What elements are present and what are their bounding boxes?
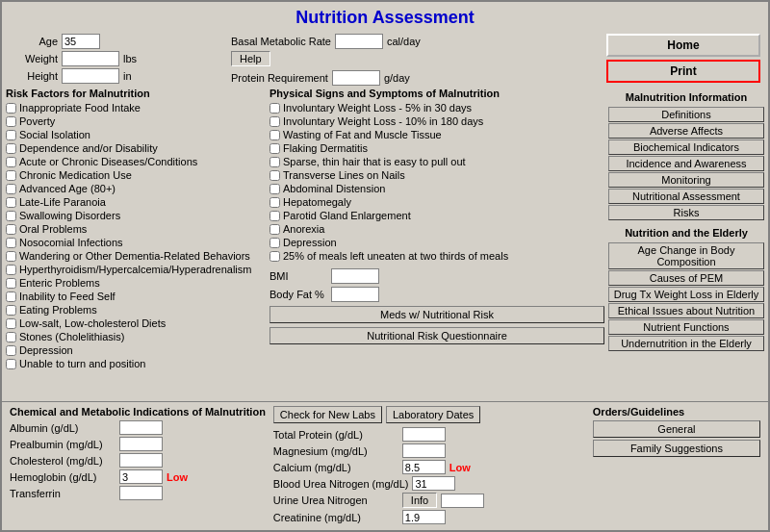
bmi-section: BMI Body Fat %: [270, 268, 604, 302]
risk-factors-title: Risk Factors for Malnutrition: [6, 88, 266, 99]
physical-sign-checkbox[interactable]: [270, 116, 280, 127]
lab-dates-button[interactable]: Laboratory Dates: [386, 406, 480, 423]
lab-input[interactable]: [402, 460, 446, 474]
nutrition-elderly-button[interactable]: Undernutrition in the Elderly: [608, 336, 764, 351]
lab-list: Total Protein (g/dL)Magnesium (mg/dL)Cal…: [273, 427, 585, 524]
height-input[interactable]: [62, 68, 119, 84]
chem-label: Transferrin: [10, 488, 116, 499]
bmr-input[interactable]: [335, 34, 383, 49]
risk-factor-checkbox[interactable]: [6, 332, 16, 342]
body-fat-input[interactable]: [331, 287, 379, 302]
physical-sign-checkbox[interactable]: [270, 224, 280, 235]
weight-input[interactable]: [62, 51, 119, 66]
risk-factor-checkbox[interactable]: [6, 130, 16, 140]
malnutrition-info-button[interactable]: Risks: [608, 205, 764, 220]
lab-row: Creatinine (mg/dL): [273, 510, 585, 524]
risk-factor-checkbox[interactable]: [6, 157, 16, 167]
nutrition-elderly-button[interactable]: Ethical Issues about Nutrition: [608, 303, 764, 318]
malnutrition-info-button[interactable]: Biochemical Indicators: [608, 139, 764, 155]
risk-factor-label: Stones (Cholelithiasis): [19, 330, 124, 343]
lab-label: Magnesium (mg/dL): [273, 445, 398, 457]
physical-sign-checkbox[interactable]: [270, 251, 280, 262]
risk-factor-item: Nosocomial Infections: [6, 236, 266, 249]
risk-factor-checkbox[interactable]: [6, 251, 16, 262]
chem-input[interactable]: [119, 420, 163, 435]
risk-factor-checkbox[interactable]: [6, 211, 16, 221]
physical-sign-checkbox[interactable]: [270, 211, 280, 221]
risk-factor-checkbox[interactable]: [6, 224, 16, 235]
lab-input[interactable]: [441, 494, 484, 508]
bmi-input[interactable]: [331, 268, 379, 284]
risk-factor-checkbox[interactable]: [6, 291, 16, 302]
risk-factor-checkbox[interactable]: [6, 318, 16, 329]
general-button[interactable]: General: [593, 420, 760, 438]
risk-factor-item: Social Isolation: [6, 128, 266, 141]
chem-row: Prealbumin (mg/dL): [10, 437, 266, 451]
risk-factor-checkbox[interactable]: [6, 170, 16, 181]
chem-input[interactable]: [119, 486, 163, 500]
risk-factor-label: Hyperthyroidism/Hypercalcemia/Hyperadren…: [19, 263, 251, 276]
physical-sign-checkbox[interactable]: [270, 170, 280, 181]
nutrition-elderly-button[interactable]: Nutrient Functions: [608, 319, 764, 335]
protein-input[interactable]: [332, 70, 380, 86]
chem-input[interactable]: [119, 453, 163, 468]
lab-flag: Low: [449, 462, 471, 473]
nutrition-elderly-button[interactable]: Drug Tx Weight Loss in Elderly: [608, 287, 764, 302]
risk-factor-checkbox[interactable]: [6, 278, 16, 289]
lab-input[interactable]: [402, 510, 446, 524]
malnutrition-info-button[interactable]: Incidence and Awareness: [608, 156, 764, 171]
age-input[interactable]: [62, 34, 100, 49]
risk-factor-checkbox[interactable]: [6, 116, 16, 127]
physical-sign-checkbox[interactable]: [270, 238, 280, 248]
print-button[interactable]: Print: [606, 60, 760, 83]
risk-factor-checkbox[interactable]: [6, 103, 16, 114]
malnutrition-info-title: Malnutrition Information: [608, 91, 764, 103]
risk-factor-label: Low-salt, Low-cholesterol Diets: [19, 317, 166, 330]
lab-input[interactable]: [412, 476, 455, 491]
nutritional-risk-questionnaire-button[interactable]: Nutritional Risk Questionnaire: [270, 327, 604, 344]
chem-input[interactable]: [119, 437, 163, 451]
physical-sign-checkbox[interactable]: [270, 197, 280, 208]
lab-input[interactable]: [402, 443, 446, 458]
help-button[interactable]: Help: [231, 51, 270, 66]
risk-factor-item: Poverty: [6, 114, 266, 128]
chem-label: Prealbumin (mg/dL): [10, 439, 116, 450]
physical-sign-item: Abdominal Distension: [270, 182, 604, 195]
physical-sign-checkbox[interactable]: [270, 157, 280, 167]
physical-sign-checkbox[interactable]: [270, 130, 280, 140]
bmr-unit: cal/day: [387, 36, 421, 47]
malnutrition-info-button[interactable]: Adverse Affects: [608, 123, 764, 139]
risk-factor-label: Dependence and/or Disability: [19, 141, 158, 155]
malnutrition-info-list: DefinitionsAdverse AffectsBiochemical In…: [608, 107, 764, 221]
check-labs-button[interactable]: Check for New Labs: [273, 406, 382, 423]
chem-flag: Low: [167, 471, 188, 483]
patient-fields: Age Weight lbs Height in: [10, 34, 202, 84]
malnutrition-info-button[interactable]: Definitions: [608, 107, 764, 122]
lab-input[interactable]: [402, 427, 446, 442]
risk-factor-checkbox[interactable]: [6, 143, 16, 154]
physical-sign-checkbox[interactable]: [270, 143, 280, 154]
risk-factor-item: Inappropriate Food Intake: [6, 101, 266, 114]
physical-sign-checkbox[interactable]: [270, 103, 280, 114]
nutrition-elderly-button[interactable]: Causes of PEM: [608, 270, 764, 286]
meds-nutritional-risk-button[interactable]: Meds w/ Nutritional Risk: [270, 306, 604, 323]
risk-factor-checkbox[interactable]: [6, 197, 16, 208]
chem-input[interactable]: [119, 469, 163, 484]
home-button[interactable]: Home: [606, 34, 760, 57]
malnutrition-info-button[interactable]: Nutritional Assessment: [608, 189, 764, 204]
urine-info-button[interactable]: Info: [402, 493, 437, 508]
risk-factor-label: Enteric Problems: [19, 276, 100, 290]
risk-factor-checkbox[interactable]: [6, 359, 16, 369]
malnutrition-info-button[interactable]: Monitoring: [608, 172, 764, 188]
family-suggestions-button[interactable]: Family Suggestions: [593, 440, 760, 457]
nutrition-elderly-button[interactable]: Age Change in Body Composition: [608, 242, 764, 269]
risk-factor-checkbox[interactable]: [6, 184, 16, 194]
risk-factor-item: Dependence and/or Disability: [6, 141, 266, 155]
physical-sign-checkbox[interactable]: [270, 184, 280, 194]
physical-sign-label: 25% of meals left uneaten at two thirds …: [283, 249, 508, 263]
risk-factor-checkbox[interactable]: [6, 238, 16, 248]
bmr-section: Basal Metabolic Rate cal/day Help Protei…: [231, 34, 421, 86]
risk-factor-checkbox[interactable]: [6, 345, 16, 356]
risk-factor-checkbox[interactable]: [6, 265, 16, 275]
risk-factor-checkbox[interactable]: [6, 305, 16, 316]
